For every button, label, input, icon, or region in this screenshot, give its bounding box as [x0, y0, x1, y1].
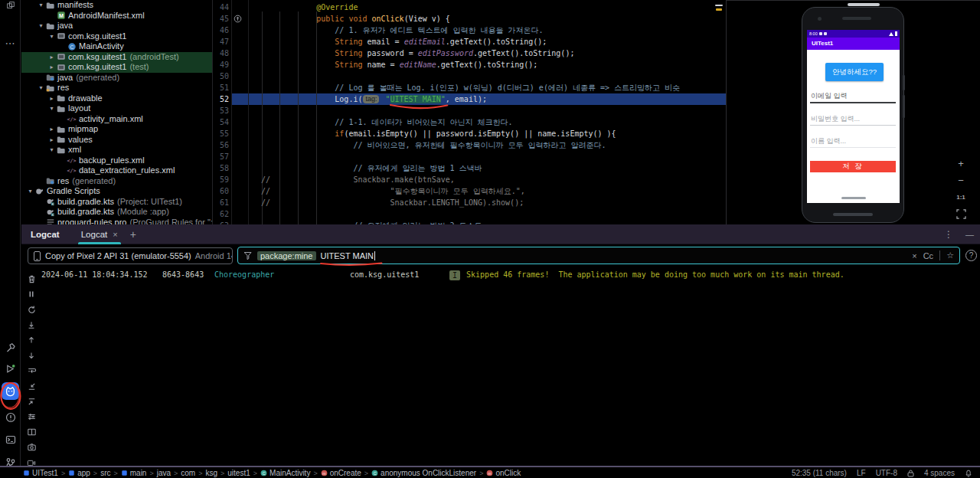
breadcrumb-item-com[interactable]: com — [181, 469, 195, 477]
tree-item-drawable[interactable]: ▸drawable — [21, 93, 212, 104]
chevron-icon[interactable]: ▾ — [37, 83, 45, 93]
stripe-logcat-icon[interactable] — [2, 382, 19, 400]
code-line[interactable]: 53 — [214, 105, 726, 116]
breadcrumb-item-oncreate[interactable]: monCreate — [321, 469, 361, 477]
code-line[interactable]: 52 Log.i(tag: "UITEST MAIN", email); — [214, 93, 726, 105]
chevron-icon[interactable]: ▾ — [37, 21, 45, 31]
clear-filter-icon[interactable]: × — [912, 251, 916, 260]
tree-item-gradle-scripts[interactable]: ▾Gradle Scripts — [21, 186, 212, 197]
add-tab-button[interactable]: + — [130, 228, 136, 241]
tree-item-com-ksg-uitest1[interactable]: ▾com.ksg.uitest1 — [21, 31, 212, 42]
tree-item-activity-main-xml[interactable]: </>activity_main.xml — [21, 114, 212, 125]
breadcrumb-item-app[interactable]: app — [68, 469, 90, 477]
home-pill[interactable] — [841, 197, 866, 199]
breadcrumb-item-ksg[interactable]: ksg — [205, 469, 217, 477]
code-line[interactable]: 58 // 유저에게 알리는 방법 1 스낵바 — [214, 162, 726, 174]
chevron-icon[interactable]: ▸ — [47, 135, 56, 146]
split-icon[interactable] — [23, 425, 40, 439]
code-line[interactable]: 55 if(email.isEmpty() || password.isEmpt… — [214, 128, 726, 139]
breadcrumb-item-src[interactable]: src — [100, 469, 110, 477]
scrollbar-current-mark[interactable] — [715, 5, 723, 6]
clear-icon[interactable] — [23, 272, 40, 286]
tree-item-build-gradle-kts[interactable]: Kbuild.gradle.kts(Module :app) — [21, 207, 212, 218]
stripe-problems-icon[interactable] — [0, 408, 21, 427]
actual-size-button[interactable]: 1:1 — [954, 191, 968, 204]
breadcrumb-item-uitest1[interactable]: uitest1 — [227, 469, 250, 477]
chevron-icon[interactable]: ▾ — [47, 31, 56, 42]
chevron-icon[interactable]: ▸ — [47, 62, 56, 73]
screenshot-icon[interactable] — [23, 440, 40, 454]
code-editor[interactable]: 44 @Override45 public void onClick(View … — [214, 0, 726, 224]
tool-windows-icon[interactable] — [0, 0, 21, 15]
stripe-terminal-icon[interactable] — [0, 431, 21, 449]
line-separator[interactable]: LF — [857, 469, 866, 477]
help-icon[interactable]: ? — [965, 250, 977, 261]
breadcrumb-item-main[interactable]: main — [121, 469, 147, 477]
scroll-to-end-icon[interactable] — [23, 318, 40, 332]
code-line[interactable]: 44 @Override — [214, 2, 726, 13]
restart-icon[interactable] — [23, 303, 40, 316]
code-line[interactable]: 61// Snackbar.LENGTH_LONG).show(); — [214, 197, 726, 208]
code-line[interactable]: 47 String email = editEmail.getText().to… — [214, 36, 726, 47]
notifications-bell-icon[interactable] — [965, 469, 972, 477]
stripe-build-icon[interactable] — [0, 339, 21, 357]
tree-item-androidmanifest-xml[interactable]: MAndroidManifest.xml — [21, 11, 212, 21]
code-line[interactable]: 45 public void onClick(View v) { — [214, 13, 726, 25]
lock-icon[interactable] — [907, 470, 914, 477]
caret-position[interactable]: 52:35 (11 chars) — [792, 469, 847, 477]
minimize-icon[interactable]: — — [965, 230, 974, 239]
match-case-toggle[interactable]: Cc — [923, 251, 933, 260]
tab-logcat[interactable]: Logcat × — [77, 224, 122, 244]
code-line[interactable]: 49 String name = editName.getText().toSt… — [214, 59, 726, 70]
tree-item-mipmap[interactable]: ▸mipmap — [21, 124, 212, 135]
filter-icon[interactable] — [243, 251, 253, 260]
tree-item-build-gradle-kts[interactable]: Kbuild.gradle.kts(Project: UITest1) — [21, 197, 212, 208]
chevron-icon[interactable]: ▾ — [26, 186, 34, 197]
more-tool-windows-icon[interactable]: ⋯ — [0, 34, 21, 52]
zoom-out-button[interactable]: − — [954, 174, 968, 187]
chevron-icon[interactable]: ▾ — [37, 0, 45, 11]
code-line[interactable]: 50 — [214, 70, 726, 82]
pause-icon[interactable] — [23, 287, 40, 301]
breadcrumb-item-anonymous-onclicklistener[interactable]: Canonymous OnClickListener — [371, 469, 476, 477]
breadcrumb-item-onclick[interactable]: monClick — [486, 469, 521, 477]
save-button[interactable]: 저 장 — [810, 161, 896, 172]
tree-item-values[interactable]: ▸values — [21, 135, 212, 146]
tree-item-layout[interactable]: ▾layout — [21, 103, 212, 114]
tree-item-com-ksg-uitest1[interactable]: ▸com.ksg.uitest1(androidTest) — [21, 52, 212, 63]
soft-wrap-icon[interactable] — [23, 364, 40, 378]
chevron-icon[interactable]: ▾ — [47, 103, 56, 114]
code-line[interactable]: 46 // 1. 유저가 에디트 텍스트에 입력한 내용을 가져온다. — [214, 25, 726, 36]
tree-item-com-ksg-uitest1[interactable]: ▸com.ksg.uitest1(test) — [21, 62, 212, 73]
logcat-filter-input[interactable]: package:mine UITEST MAIN × Cc ☆ — [237, 247, 960, 264]
scrollbar-warning-mark[interactable] — [716, 8, 722, 11]
code-line[interactable]: 48 String password = editPassword.getTex… — [214, 47, 726, 59]
password-field[interactable]: 비밀번호 입력... — [811, 114, 860, 124]
collapse-icon[interactable] — [23, 379, 40, 393]
code-line[interactable]: 62 — [214, 208, 726, 220]
go-up-icon[interactable] — [23, 333, 40, 347]
code-line[interactable]: 56 // 비어있으면, 유저한테 필수항목이니까 모두 입력하라고 알려준다. — [214, 139, 726, 151]
zoom-in-button[interactable]: + — [954, 157, 968, 170]
file-encoding[interactable]: UTF-8 — [876, 469, 897, 477]
code-line[interactable]: 60// "필수항목이니까 모두 입력하세요.", — [214, 185, 726, 197]
tree-item-mainactivity[interactable]: CMainActivity — [21, 41, 212, 52]
go-down-icon[interactable] — [23, 349, 40, 362]
breadcrumb-item-java[interactable]: java — [157, 469, 171, 477]
code-line[interactable]: 57 — [214, 151, 726, 162]
close-tab-icon[interactable]: × — [113, 230, 117, 239]
code-line[interactable]: 51 // Log 를 볼때는 Log. i(인포) w(워닝) d(디버그) … — [214, 82, 726, 93]
tree-item-java[interactable]: java(generated) — [21, 73, 212, 83]
indent-setting[interactable]: 4 spaces — [924, 469, 955, 477]
override-marker-icon[interactable] — [234, 15, 242, 23]
tree-item-data-extraction-rules-xml[interactable]: </>data_extraction_rules.xml — [21, 165, 212, 176]
code-line[interactable]: 59// Snackbar.make(btnSave, — [214, 174, 726, 185]
code-line[interactable]: 54 // 1-1. 데이터가 비어있는지 아닌지 체크한다. — [214, 116, 726, 128]
settings-icon[interactable] — [23, 410, 40, 424]
logcat-output[interactable]: 2024-06-11 18:04:34.152 8643-8643 Choreo… — [21, 267, 980, 464]
favorite-filter-icon[interactable]: ☆ — [946, 250, 954, 260]
tree-item-java[interactable]: ▾java — [21, 21, 212, 31]
device-selector[interactable]: Copy of Pixel 2 API 31 (emulator-5554) A… — [28, 247, 233, 264]
greeting-button[interactable]: 안녕하세요?? — [825, 63, 884, 81]
name-field[interactable]: 이름 입력... — [811, 136, 846, 146]
